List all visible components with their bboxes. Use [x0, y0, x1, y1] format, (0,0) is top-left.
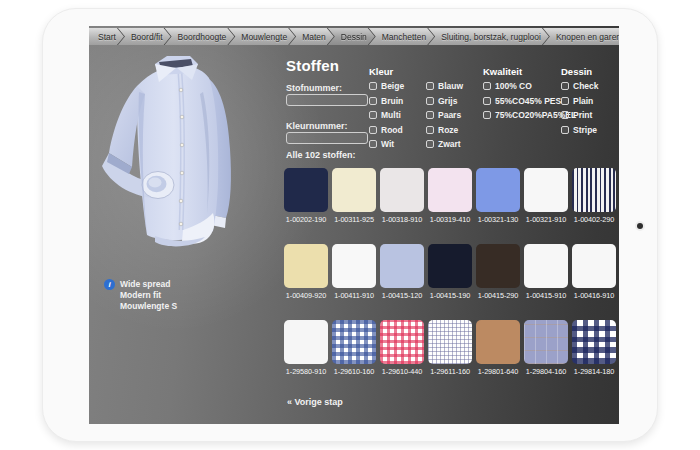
- checkbox: [426, 126, 434, 134]
- stofnummer-label: Stofnummer:: [286, 83, 342, 93]
- fabric-swatch-gingham-blue[interactable]: [332, 320, 376, 364]
- fabric-swatch-gingham-navy[interactable]: [572, 320, 616, 364]
- fabric-cell: 1-00318-910: [380, 168, 424, 224]
- stofnummer-input[interactable]: [286, 94, 368, 106]
- fabric-cell: 1-00416-910: [572, 244, 616, 300]
- fabric-cell: 1-00202-190: [284, 168, 328, 224]
- info-sleeve-length: Mouwlengte S: [120, 301, 177, 312]
- checkbox: [369, 97, 377, 105]
- filter-zwart[interactable]: Zwart: [426, 139, 463, 149]
- fabric-cell: 1-00415-290: [476, 244, 520, 300]
- fabric-swatch[interactable]: [428, 168, 472, 212]
- fabric-swatch[interactable]: [524, 168, 568, 212]
- fabric-swatch[interactable]: [476, 168, 520, 212]
- filter-print[interactable]: Print: [561, 110, 599, 120]
- kleur-column-2: Blauw Grijs Paars Roze Zwart: [426, 81, 463, 149]
- fabric-cell: 1-00319-410: [428, 168, 472, 224]
- step-start[interactable]: Start: [89, 28, 124, 45]
- filter-beige[interactable]: Beige: [369, 81, 404, 91]
- fabric-cell: 1-29610-160: [332, 320, 376, 376]
- step-boordhoogte[interactable]: Boordhoogte: [165, 28, 235, 45]
- fabric-cell: 1-00402-290: [572, 168, 616, 224]
- shirt-preview: [95, 54, 267, 282]
- fabric-cell: 1-29610-440: [380, 320, 424, 376]
- fabric-swatch[interactable]: [428, 244, 472, 288]
- filter-stripe[interactable]: Stripe: [561, 125, 599, 135]
- filter-bruin[interactable]: Bruin: [369, 96, 404, 106]
- step-manchetten[interactable]: Manchetten: [369, 28, 434, 45]
- checkbox: [426, 111, 434, 119]
- fabric-cell: 1-29801-640: [476, 320, 520, 376]
- checkbox: [483, 111, 491, 119]
- fabric-swatch-gingham-red[interactable]: [380, 320, 424, 364]
- fabric-swatch-chambray[interactable]: [524, 320, 568, 364]
- fabric-swatch[interactable]: [524, 244, 568, 288]
- step-mouwlengte[interactable]: Mouwlengte: [228, 28, 295, 45]
- fabric-swatch[interactable]: [332, 244, 376, 288]
- fabric-swatch[interactable]: [332, 168, 376, 212]
- checkbox: [369, 140, 377, 148]
- fabric-swatch[interactable]: [284, 320, 328, 364]
- kleur-column-1: Beige Bruin Multi Rood Wit: [369, 81, 404, 149]
- fabric-swatch-graph-check[interactable]: [428, 320, 472, 364]
- filter-multi[interactable]: Multi: [369, 110, 404, 120]
- fabric-cell: 1-00411-910: [332, 244, 376, 300]
- fabric-cell: 1-00409-920: [284, 244, 328, 300]
- fabric-cell: 1-00415-190: [428, 244, 472, 300]
- fabric-swatch[interactable]: [380, 168, 424, 212]
- checkbox: [426, 97, 434, 105]
- kleurnummer-input[interactable]: [286, 132, 368, 144]
- step-dessin-active[interactable]: Dessin: [328, 28, 375, 45]
- fabric-swatch[interactable]: [284, 168, 328, 212]
- fabric-cell: 1-29814-180: [572, 320, 616, 376]
- fabric-swatch[interactable]: [476, 244, 520, 288]
- filter-plain[interactable]: Plain: [561, 96, 599, 106]
- results-count-label: Alle 102 stoffen:: [286, 150, 356, 160]
- checkbox: [561, 82, 569, 90]
- kleurnummer-label: Kleurnummer:: [286, 121, 348, 131]
- fabric-cell: 1-00321-910: [524, 168, 568, 224]
- kleur-group-title: Kleur: [369, 66, 393, 77]
- checkbox: [369, 111, 377, 119]
- fabric-cell: 1-00321-130: [476, 168, 520, 224]
- fabric-cell: 1-29804-160: [524, 320, 568, 376]
- checkbox: [483, 82, 491, 90]
- checkbox: [426, 140, 434, 148]
- checkbox: [369, 126, 377, 134]
- fabric-swatch-striped[interactable]: [572, 168, 616, 212]
- fabric-swatch[interactable]: [284, 244, 328, 288]
- filter-grijs[interactable]: Grijs: [426, 96, 463, 106]
- home-button[interactable]: [637, 223, 643, 229]
- checkbox: [561, 111, 569, 119]
- step-knopen-en-garens[interactable]: Knopen en garens: [543, 28, 619, 45]
- checkbox: [426, 82, 434, 90]
- filter-roze[interactable]: Roze: [426, 125, 463, 135]
- fabric-cell: 1-29580-910: [284, 320, 328, 376]
- info-fit: Modern fit: [120, 290, 177, 301]
- fabric-swatch[interactable]: [380, 244, 424, 288]
- page-title: Stoffen: [286, 57, 339, 74]
- filter-blauw[interactable]: Blauw: [426, 81, 463, 91]
- step-boord-fit[interactable]: Boord/fit: [118, 28, 171, 45]
- filter-paars[interactable]: Paars: [426, 110, 463, 120]
- fabric-swatch[interactable]: [572, 244, 616, 288]
- filter-wit[interactable]: Wit: [369, 139, 404, 149]
- fabric-cell: 1-00415-120: [380, 244, 424, 300]
- breadcrumb: Start Boord/fit Boordhoogte Mouwlengte M…: [89, 28, 619, 45]
- fabric-cell: 1-00415-910: [524, 244, 568, 300]
- dessin-column: Check Plain Print Stripe: [561, 81, 599, 135]
- configurator-screen: Start Boord/fit Boordhoogte Mouwlengte M…: [89, 26, 619, 424]
- step-sluiting-borstzak-rugplooi[interactable]: Sluiting, borstzak, rugplooi: [428, 28, 549, 45]
- fabric-grid: 1-00202-190 1-00311-925 1-00318-910 1-00…: [284, 168, 616, 376]
- checkbox: [561, 97, 569, 105]
- tablet-frame: Start Boord/fit Boordhoogte Mouwlengte M…: [42, 8, 658, 442]
- filter-check[interactable]: Check: [561, 81, 599, 91]
- checkbox: [369, 82, 377, 90]
- info-icon[interactable]: i: [104, 279, 115, 290]
- fabric-swatch[interactable]: [476, 320, 520, 364]
- previous-step-link[interactable]: « Vorige stap: [287, 397, 343, 407]
- checkbox: [483, 97, 491, 105]
- filter-rood[interactable]: Rood: [369, 125, 404, 135]
- step-maten[interactable]: Maten: [289, 28, 334, 45]
- info-collar: Wide spread: [120, 279, 177, 290]
